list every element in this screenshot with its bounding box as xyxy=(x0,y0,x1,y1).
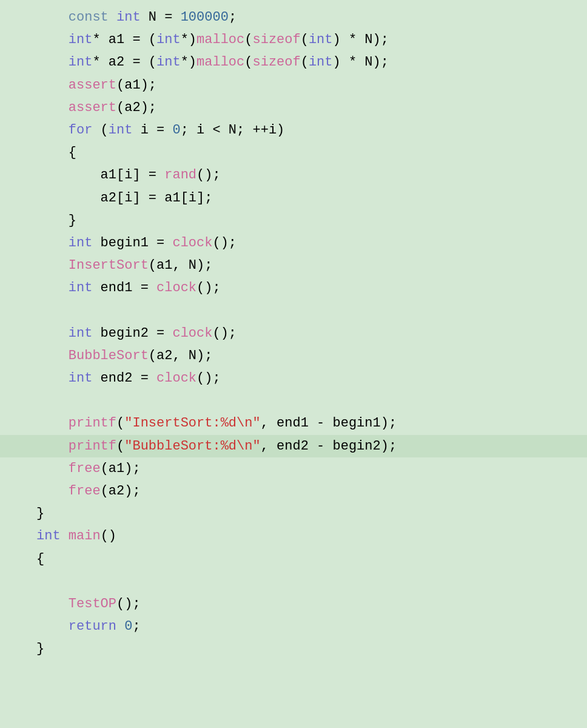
code-line-1: const int N = 100000; xyxy=(0,6,587,29)
code-line-blank5 xyxy=(0,683,587,706)
code-line-16: int end2 = clock(); xyxy=(0,367,587,389)
code-line-blank4 xyxy=(0,660,587,682)
code-line-5: assert(a2); xyxy=(0,96,587,119)
code-line-3: int* a2 = (int*)malloc(sizeof(int) * N); xyxy=(0,51,587,73)
code-line-2: int* a1 = (int*)malloc(sizeof(int) * N); xyxy=(0,29,587,51)
code-line-blank6 xyxy=(0,706,587,728)
code-line-18: printf("BubbleSort:%d\n", end2 - begin2)… xyxy=(0,435,587,457)
code-line-25: return 0; xyxy=(0,615,587,638)
code-line-15: BubbleSort(a2, N); xyxy=(0,345,587,367)
code-line-19: free(a1); xyxy=(0,457,587,480)
code-line-22: int main() xyxy=(0,525,587,547)
code-line-21: } xyxy=(0,502,587,525)
code-line-8: a1[i] = rand(); xyxy=(0,164,587,186)
code-line-26: } xyxy=(0,638,587,660)
code-line-blank1 xyxy=(0,299,587,322)
code-line-17: printf("InsertSort:%d\n", end1 - begin1)… xyxy=(0,412,587,434)
code-line-blank2 xyxy=(0,389,587,412)
code-line-4: assert(a1); xyxy=(0,74,587,96)
code-line-10: } xyxy=(0,209,587,232)
code-line-13: int end1 = clock(); xyxy=(0,277,587,299)
code-line-20: free(a2); xyxy=(0,480,587,502)
code-line-24: TestOP(); xyxy=(0,593,587,615)
code-line-12: InsertSort(a1, N); xyxy=(0,254,587,277)
code-line-14: int begin2 = clock(); xyxy=(0,322,587,345)
code-line-11: int begin1 = clock(); xyxy=(0,232,587,254)
code-container: const int N = 100000; int* a1 = (int*)ma… xyxy=(0,0,587,728)
code-line-7: { xyxy=(0,141,587,164)
code-line-23: { xyxy=(0,548,587,570)
code-line-blank3 xyxy=(0,570,587,593)
code-line-6: for (int i = 0; i < N; ++i) xyxy=(0,119,587,141)
code-line-9: a2[i] = a1[i]; xyxy=(0,187,587,209)
